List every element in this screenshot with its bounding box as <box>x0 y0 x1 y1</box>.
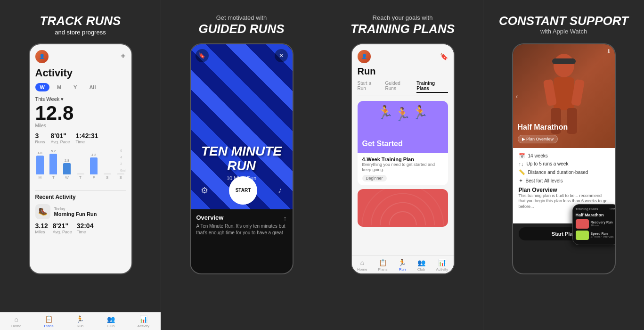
run-date: Today <box>54 206 126 211</box>
panel-training-plans: Reach your goals with TRAINING PLANS 👤 🔖… <box>322 0 483 330</box>
tab-guided-runs[interactable]: Guided Runs <box>385 81 412 93</box>
bar-saturday: 0 S <box>102 169 112 180</box>
overview-title: Overview <box>196 214 224 221</box>
video-icons-right: ⬇ <box>606 48 611 55</box>
runs-stat: 3 Runs <box>35 132 45 144</box>
tab-start-run[interactable]: Start a Run <box>358 81 381 93</box>
guided-run-bg: 🔖 ✕ TEN MINUTE RUN 10 Min • Run ⚙ START … <box>191 44 293 209</box>
watch-item-2-sublabel: 27 mins • Intervals <box>591 235 616 238</box>
run-distance-label: Miles <box>35 230 48 234</box>
tab-all[interactable]: All <box>84 83 100 91</box>
tab-month[interactable]: M <box>52 83 66 91</box>
phone-guided-runs: 🔖 ✕ TEN MINUTE RUN 10 Min • Run ⚙ START … <box>190 43 293 274</box>
video-nav-arrows: ‹ <box>516 92 612 100</box>
run-distance-value: 3.12 <box>35 222 48 230</box>
recovery-run-dot <box>576 219 589 229</box>
get-started-bg: 🏃 🏃 🏃 Get Started <box>358 101 448 153</box>
shoe-icon: 🥾 <box>35 204 50 219</box>
guided-overview: Overview ↑ A Ten Minute Run. It's only t… <box>191 209 293 241</box>
nav3-club[interactable]: 👥 Club <box>417 259 425 272</box>
tab-training-plans[interactable]: Training Plans <box>416 81 448 93</box>
plan-title: 4-Week Training Plan <box>362 157 443 162</box>
prev-arrow-icon[interactable]: ‹ <box>516 92 518 100</box>
activity-chart: 6420mi 4.8 M 5.2 T <box>35 149 126 187</box>
detail-type: 📏 Distance and duration-based <box>519 169 609 175</box>
close-icon[interactable]: ✕ <box>275 49 288 62</box>
avatar[interactable]: 👤 <box>35 50 49 63</box>
download-icon[interactable]: ⬇ <box>606 48 611 55</box>
bookmark-icon-3[interactable]: 🔖 <box>440 53 448 60</box>
detail-type-text: Distance and duration-based <box>528 170 588 175</box>
nav3-plans[interactable]: 📋 Plans <box>378 259 387 272</box>
red-plan-card[interactable] <box>358 189 448 227</box>
speed-run-dot <box>576 231 589 240</box>
plan-desc: Everything you need to get started and k… <box>362 162 443 173</box>
panel-4-header: CONSTANT SUPPORT with Apple Watch <box>499 14 628 36</box>
panel-1-title: TRACK RUNS <box>40 14 121 28</box>
overview-header: Overview ↑ <box>196 214 287 223</box>
plans-icon-3: 📋 <box>379 259 387 266</box>
watch-header: Training Plans 9:55 <box>576 207 616 211</box>
svg-point-4 <box>554 54 574 77</box>
calendar-icon: 📅 <box>519 153 525 159</box>
panel-track-runs: TRACK RUNS and store progress 👤 + Activi… <box>0 0 161 330</box>
tab-week[interactable]: W <box>35 83 49 91</box>
detail-level: ✦ Best for: All levels <box>519 178 609 184</box>
panel-4-title: CONSTANT SUPPORT <box>499 14 628 28</box>
run-icon-3: 🏃 <box>398 259 406 266</box>
bookmark-icon[interactable]: 🔖 <box>196 49 209 62</box>
bar-friday: 4.2 F <box>89 153 99 180</box>
run-pace-stat: 8'21" Avg. Pace <box>53 222 72 234</box>
panel-4-subtitle: with Apple Watch <box>499 28 628 35</box>
watch-item-1-info: Recovery Run 16 min <box>591 221 616 227</box>
share-icon[interactable]: ↑ <box>284 214 287 222</box>
panel-2-header: Get motivated with GUIDED RUNS <box>198 14 284 36</box>
detail-weeks: 📅 14 weeks <box>519 153 609 159</box>
phone-track-runs: 👤 + Activity W M Y All This Week ▾ 12.8 … <box>29 43 132 274</box>
bottom-nav-3: ⌂ Home 📋 Plans 🏃 Run 👥 Club 📊 Acti <box>352 256 454 273</box>
panel-1-desc: and store progress <box>40 29 121 36</box>
run-tabs: Start a Run Guided Runs Training Plans <box>358 81 448 96</box>
guided-controls: ⚙ START ♪ <box>191 176 293 205</box>
panel-2-subtitle: Get motivated with <box>198 14 284 21</box>
activity-info: Today Morning Fun Run <box>54 206 126 217</box>
start-button[interactable]: START <box>229 176 257 205</box>
nav3-activity[interactable]: 📊 Activity <box>436 259 448 272</box>
apple-watch-scene: ‹ ⬇ Half Marathon ▶ Plan Overview 📅 14 w… <box>513 44 615 273</box>
stats-row: 3 Runs 8'01" Avg. Pace 1:42:31 Time <box>35 132 126 144</box>
watch-item-2-label: Speed Run <box>591 232 616 235</box>
run-time-stat: 32:04 Time <box>77 222 94 234</box>
nav3-run[interactable]: 🏃 Run <box>398 259 406 272</box>
watch-title: Half Marathon <box>576 213 616 217</box>
run-pace-value: 8'21" <box>53 222 72 230</box>
panel-3-title: TRAINING PLANS <box>351 22 455 36</box>
detail-level-text: Best for: All levels <box>526 178 563 183</box>
tab-year[interactable]: Y <box>69 83 82 91</box>
nav3-home[interactable]: ⌂ Home <box>357 259 367 272</box>
settings-icon[interactable]: ⚙ <box>201 185 208 196</box>
bar-thursday: 0 T <box>75 169 85 180</box>
panel-guided-runs: Get motivated with GUIDED RUNS 🔖 ✕ TEN M… <box>161 0 322 330</box>
period-label: This Week ▾ <box>35 96 126 102</box>
plus-icon[interactable]: + <box>121 51 126 61</box>
run-time-value: 32:04 <box>77 222 94 230</box>
avatar-3[interactable]: 👤 <box>358 50 371 63</box>
watch-time: 9:55 <box>610 207 616 211</box>
runs-icon: ↑↓ <box>519 161 524 167</box>
star-icon: ✦ <box>519 178 523 184</box>
activity-title: Activity <box>35 67 126 79</box>
activity-icon-3: 📊 <box>438 259 446 266</box>
video-title: Half Marathon <box>518 123 568 132</box>
topbar-1: 👤 + <box>35 50 126 63</box>
svg-rect-10 <box>567 108 577 134</box>
plan-overview-btn[interactable]: ▶ Plan Overview <box>518 135 558 143</box>
watch-item-1-sublabel: 16 min <box>591 224 616 227</box>
music-icon[interactable]: ♪ <box>278 185 282 195</box>
topbar-3: 👤 🔖 <box>358 50 448 63</box>
panel-3-subtitle: Reach your goals with <box>351 14 455 21</box>
ruler-icon: 📏 <box>519 169 525 175</box>
watch-item-1: Recovery Run 16 min <box>576 219 616 229</box>
run-time-label: Time <box>77 230 94 234</box>
get-started-card[interactable]: 🏃 🏃 🏃 Get Started 4-Week Training Plan E… <box>358 101 448 185</box>
panel-2-title: GUIDED RUNS <box>198 22 284 36</box>
